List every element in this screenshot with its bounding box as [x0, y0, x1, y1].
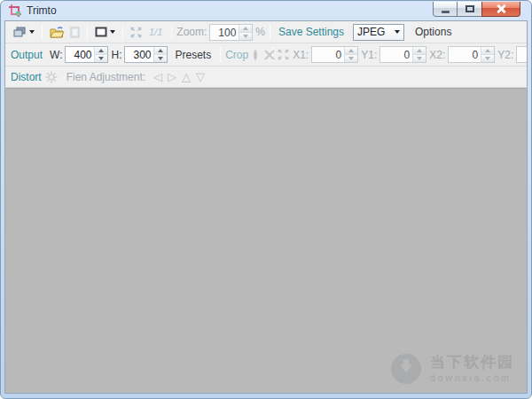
- caption-buttons: [433, 2, 520, 17]
- fit-to-window-button[interactable]: [128, 25, 145, 40]
- chevron-down-icon: [395, 30, 400, 34]
- zoom-spin-buttons[interactable]: [239, 25, 252, 40]
- output-toolbar: Output W: 400 H: 300 Presets Crop: [5, 43, 527, 66]
- expand-selection-icon[interactable]: [278, 49, 289, 60]
- y1-value: 0: [380, 47, 412, 62]
- height-value: 300: [125, 47, 153, 62]
- toolbar-separator: [220, 47, 221, 62]
- actual-size-button[interactable]: 1/1: [145, 25, 167, 39]
- nudge-left-button[interactable]: ◁: [153, 71, 162, 82]
- spin-up-icon[interactable]: [345, 47, 357, 54]
- client-area: 1/1 Zoom: 100 % Save Settings JPEG Optio…: [4, 20, 528, 394]
- y1-spin-buttons[interactable]: [412, 47, 426, 62]
- toolbar-separator: [42, 25, 43, 40]
- titlebar[interactable]: Trimto: [4, 1, 528, 20]
- fit-arrows-icon: [130, 27, 142, 38]
- nudge-down-button[interactable]: ▽: [196, 71, 205, 82]
- source-menu-button[interactable]: [11, 25, 37, 40]
- x1-value: 0: [312, 47, 344, 62]
- app-icon: [8, 4, 22, 18]
- save-settings-button[interactable]: Save Settings: [278, 26, 344, 38]
- x2-label: X2:: [429, 49, 445, 61]
- zoom-label: Zoom:: [176, 26, 207, 38]
- minimize-button[interactable]: [433, 2, 458, 17]
- watermark-site-name: 当下软件园: [430, 354, 514, 372]
- width-spin-buttons[interactable]: [94, 47, 107, 62]
- watermark-site-url: downxia.com: [430, 372, 512, 384]
- paste-button[interactable]: [67, 25, 82, 40]
- spin-down-icon[interactable]: [95, 54, 107, 62]
- spin-down-icon[interactable]: [154, 54, 167, 62]
- width-stepper[interactable]: 400: [65, 46, 108, 63]
- close-button[interactable]: [481, 2, 520, 17]
- nudge-up-button[interactable]: △: [182, 71, 191, 82]
- toolbar-separator: [171, 25, 172, 40]
- distort-toolbar: Distort Fien Adjustment: ◁ ▷ △ ▽: [5, 66, 527, 88]
- watermark: 当下软件园 downxia.com: [391, 354, 514, 384]
- zoom-value: 100: [210, 25, 239, 40]
- spin-down-icon[interactable]: [481, 54, 494, 62]
- open-folder-icon: [50, 27, 65, 38]
- toolbar-separator: [270, 25, 270, 40]
- options-button[interactable]: Options: [415, 26, 451, 38]
- chevron-down-icon: [29, 30, 35, 34]
- chevron-down-icon: [110, 30, 115, 34]
- height-spin-buttons[interactable]: [153, 47, 167, 62]
- height-stepper[interactable]: 300: [124, 46, 168, 63]
- x2-value: 0: [449, 47, 481, 62]
- nudge-right-button[interactable]: ▷: [168, 71, 176, 82]
- y1-label: Y1:: [361, 49, 377, 61]
- x1-spin-buttons[interactable]: [344, 47, 357, 62]
- paste-document-icon: [70, 27, 80, 38]
- format-select[interactable]: JPEG: [353, 24, 404, 41]
- y1-stepper[interactable]: 0: [379, 46, 426, 63]
- format-value: JPEG: [357, 26, 385, 38]
- one-to-one-icon: 1/1: [147, 27, 164, 37]
- spin-up-icon[interactable]: [154, 47, 167, 54]
- color-swatch-icon: [95, 27, 107, 37]
- presets-button[interactable]: Presets: [175, 49, 211, 61]
- download-icon: [391, 354, 421, 384]
- x1-stepper[interactable]: 0: [311, 46, 358, 63]
- y2-value: 0: [517, 47, 528, 62]
- main-toolbar: 1/1 Zoom: 100 % Save Settings JPEG Optio…: [5, 21, 527, 43]
- close-icon: [497, 4, 505, 13]
- spin-up-icon[interactable]: [95, 47, 107, 54]
- open-file-button[interactable]: [47, 25, 67, 40]
- x1-label: X1:: [293, 49, 309, 61]
- layers-icon: [13, 27, 27, 38]
- y2-stepper[interactable]: 0: [516, 46, 528, 63]
- crop-label: Crop: [225, 49, 248, 61]
- border-color-button[interactable]: [92, 25, 118, 39]
- output-label: Output: [11, 49, 43, 61]
- x2-spin-buttons[interactable]: [481, 47, 494, 62]
- width-value: 400: [66, 47, 94, 62]
- spin-down-icon[interactable]: [413, 54, 426, 62]
- y2-label: Y2:: [497, 49, 513, 61]
- x2-stepper[interactable]: 0: [448, 46, 495, 63]
- spin-up-icon[interactable]: [413, 47, 426, 54]
- toolbar-separator: [87, 25, 88, 40]
- percent-label: %: [255, 26, 265, 38]
- crop-apply-icon[interactable]: [254, 50, 257, 60]
- app-window: Trimto: [0, 0, 532, 399]
- height-label: H:: [111, 49, 121, 61]
- spin-down-icon[interactable]: [239, 32, 252, 40]
- toolbar-separator: [122, 25, 123, 40]
- zoom-stepper[interactable]: 100: [209, 24, 253, 41]
- image-canvas[interactable]: 当下软件园 downxia.com: [5, 88, 527, 393]
- gear-icon[interactable]: [45, 71, 58, 83]
- width-label: W:: [50, 49, 62, 61]
- distort-label: Distort: [11, 71, 42, 83]
- maximize-button[interactable]: [458, 2, 481, 17]
- maximize-icon: [466, 5, 474, 12]
- fine-adjustment-label: Fien Adjustment:: [66, 71, 145, 83]
- spin-up-icon[interactable]: [481, 47, 494, 54]
- window-title: Trimto: [27, 4, 57, 17]
- spin-up-icon[interactable]: [239, 25, 252, 32]
- spin-down-icon[interactable]: [345, 54, 357, 62]
- minimize-icon: [442, 11, 450, 13]
